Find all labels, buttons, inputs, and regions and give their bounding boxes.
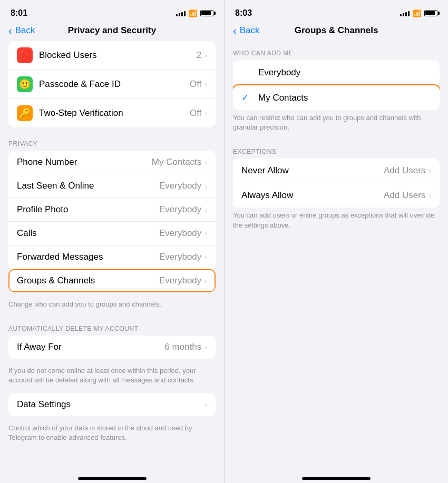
twostep-chevron: ›: [204, 109, 207, 117]
fwdmsg-label: Forwarded Messages: [17, 252, 159, 262]
bottom-bar-left: [0, 465, 224, 483]
lastseen-label: Last Seen & Online: [17, 181, 159, 191]
blocked-users-row[interactable]: 🚫 Blocked Users 2 ›: [8, 41, 216, 70]
back-button-right[interactable]: ‹ Back: [233, 25, 259, 36]
photo-label: Profile Photo: [17, 204, 159, 215]
blocked-value: 2: [197, 50, 201, 61]
blocked-icon: 🚫: [17, 47, 33, 63]
wifi-icon-right: 📶: [413, 9, 421, 17]
who-can-note: You can restrict who can add you to grou…: [225, 110, 448, 140]
phone-chevron: ›: [204, 158, 207, 166]
chevron-left-icon-right: ‹: [233, 25, 237, 36]
groups-chevron: ›: [204, 277, 207, 285]
right-panel: 8:03 📶 ‹ Back Groups & Channels WHO CAN …: [224, 0, 448, 483]
calls-row[interactable]: Calls Everybody ›: [8, 222, 216, 245]
passcode-icon: 🙂: [17, 76, 33, 92]
photo-row[interactable]: Profile Photo Everybody ›: [8, 198, 216, 222]
mycontacts-label: My Contacts: [258, 93, 308, 103]
mycontacts-checkmark: ✓: [241, 92, 252, 103]
blocked-label: Blocked Users: [39, 50, 197, 61]
always-allow-chevron: ›: [428, 191, 431, 200]
back-label-right: Back: [240, 25, 260, 36]
never-allow-label: Never Allow: [241, 165, 384, 176]
photo-value: Everybody: [159, 204, 201, 215]
signal-icon: [176, 10, 186, 16]
everybody-option[interactable]: ✓ Everybody: [233, 60, 440, 85]
lastseen-chevron: ›: [204, 182, 207, 190]
content-right: WHO CAN ADD ME ✓ Everybody ✓ My Contacts…: [225, 41, 448, 465]
lastseen-row[interactable]: Last Seen & Online Everybody ›: [8, 174, 216, 198]
status-bar-left: 8:01 📶: [0, 0, 224, 23]
privacy-section-label: PRIVACY: [0, 132, 224, 151]
status-icons-left: 📶: [176, 9, 213, 17]
ifaway-chevron: ›: [204, 343, 207, 351]
always-allow-value: Add Users: [384, 190, 425, 201]
always-allow-row[interactable]: Always Allow Add Users ›: [233, 183, 440, 208]
ifaway-row[interactable]: If Away For 6 months ›: [8, 336, 216, 359]
passcode-value: Off: [190, 79, 201, 90]
time-left: 8:01: [11, 8, 27, 18]
left-panel: 8:01 📶 ‹ Back Privacy and Security 🚫: [0, 0, 224, 483]
data-settings-chevron: ›: [204, 400, 207, 409]
nav-title-left: Privacy and Security: [68, 25, 156, 36]
ifaway-label: If Away For: [17, 342, 164, 352]
groups-channels-row[interactable]: Groups & Channels Everybody ›: [8, 269, 216, 292]
twostep-icon: 🔑: [17, 105, 33, 121]
battery-icon-right: [424, 10, 437, 16]
home-indicator-left: [78, 477, 147, 480]
content-left: 🚫 Blocked Users 2 › 🙂 Passcode & Face ID…: [0, 41, 224, 465]
status-bar-right: 8:03 📶: [225, 0, 448, 23]
mycontacts-option[interactable]: ✓ My Contacts: [233, 85, 440, 110]
exceptions-group: Never Allow Add Users › Always Allow Add…: [233, 159, 440, 208]
passcode-chevron: ›: [204, 80, 207, 88]
twostep-row[interactable]: 🔑 Two-Step Verification Off ›: [8, 99, 216, 127]
blocked-chevron: ›: [204, 51, 207, 60]
lastseen-value: Everybody: [159, 181, 201, 191]
bottom-bar-right: [225, 465, 448, 483]
fwdmsg-chevron: ›: [204, 253, 207, 261]
calls-value: Everybody: [159, 228, 201, 239]
nav-title-right: Groups & Channels: [295, 25, 378, 36]
nav-bar-left: ‹ Back Privacy and Security: [0, 23, 224, 41]
data-settings-label: Data Settings: [17, 399, 204, 410]
groups-value: Everybody: [159, 275, 201, 286]
battery-icon: [200, 10, 213, 16]
home-indicator-right: [302, 477, 371, 480]
exceptions-label: EXCEPTIONS: [225, 140, 448, 159]
always-allow-label: Always Allow: [241, 190, 384, 201]
exceptions-note: You can add users or entire groups as ex…: [225, 208, 448, 237]
twostep-label: Two-Step Verification: [39, 108, 190, 119]
auto-delete-group: If Away For 6 months ›: [8, 336, 216, 359]
twostep-value: Off: [190, 108, 201, 119]
phone-label: Phone Number: [17, 157, 152, 167]
back-label-left: Back: [15, 25, 35, 36]
everybody-label: Everybody: [258, 67, 300, 78]
status-icons-right: 📶: [400, 9, 437, 17]
auto-delete-note: If you do not come online at least once …: [0, 363, 224, 392]
phone-number-row[interactable]: Phone Number My Contacts ›: [8, 151, 216, 174]
nav-bar-right: ‹ Back Groups & Channels: [225, 23, 448, 41]
data-settings-group: Data Settings ›: [8, 393, 216, 416]
time-right: 8:03: [235, 8, 252, 18]
back-button-left[interactable]: ‹ Back: [8, 25, 35, 36]
data-note: Control which of your data is stored in …: [0, 420, 224, 450]
groups-label: Groups & Channels: [17, 275, 159, 286]
groups-note: Change who can add you to groups and cha…: [0, 297, 224, 317]
chevron-left-icon: ‹: [8, 25, 12, 36]
data-settings-row[interactable]: Data Settings ›: [8, 393, 216, 416]
never-allow-value: Add Users: [384, 165, 425, 176]
auto-delete-label: AUTOMATICALLY DELETE MY ACCOUNT: [0, 317, 224, 336]
fwdmsg-row[interactable]: Forwarded Messages Everybody ›: [8, 245, 216, 269]
passcode-label: Passcode & Face ID: [39, 79, 190, 90]
ifaway-value: 6 months: [164, 342, 201, 352]
wifi-icon: 📶: [189, 9, 197, 17]
signal-icon-right: [400, 10, 410, 16]
passcode-row[interactable]: 🙂 Passcode & Face ID Off ›: [8, 70, 216, 99]
who-can-group: ✓ Everybody ✓ My Contacts: [233, 60, 440, 110]
fwdmsg-value: Everybody: [159, 252, 201, 262]
phone-value: My Contacts: [152, 157, 201, 167]
who-can-label: WHO CAN ADD ME: [225, 41, 448, 60]
never-allow-chevron: ›: [428, 166, 431, 175]
calls-label: Calls: [17, 228, 159, 239]
never-allow-row[interactable]: Never Allow Add Users ›: [233, 159, 440, 183]
